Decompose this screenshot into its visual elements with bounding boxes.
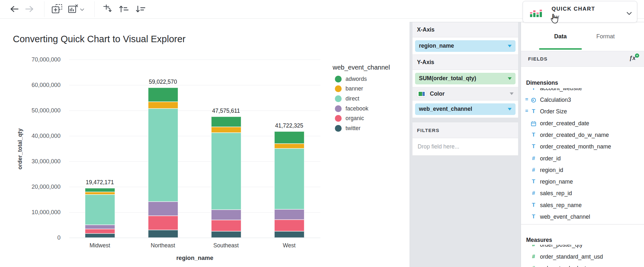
bar-segment-direct[interactable] [85,195,115,225]
bar-segment-facebook[interactable] [85,225,115,229]
chart-title: Converting Quick Chart to Visual Explore… [13,34,185,44]
legend-swatch-icon [335,125,342,132]
app-window: QUICK CHART Bar Converting Quick Chart t… [0,0,644,267]
legend-label: organic [346,115,364,122]
legend-label: banner [346,85,363,92]
arrow-left-icon [10,5,19,14]
field-item-region_name[interactable]: Tregion_name [521,176,644,188]
bar-segment-direct[interactable] [211,133,241,210]
field-item-region_id[interactable]: #region_id [521,165,644,176]
chart-options-button[interactable] [67,4,85,14]
bar-segment-banner[interactable] [85,192,115,195]
quick-chart-selector[interactable]: QUICK CHART Bar [523,1,637,23]
hand-pointer-cursor [550,14,559,25]
bar-segment-facebook[interactable] [274,209,304,220]
bar-segment-facebook[interactable] [148,202,178,216]
bar-total-label: 19,472,171 [71,179,129,186]
filters-section-header: FILTERS [412,122,518,138]
field-item-order_id[interactable]: #order_id [521,153,644,165]
measures-group-header: Measures [521,230,644,245]
legend-item-adwords[interactable]: adwords [335,75,402,83]
color-swatch-icon [417,90,426,97]
chart-remove-icon [68,4,79,15]
color-row-label: Color [430,91,506,97]
tab-format[interactable]: Format [584,22,627,51]
field-item-order_created_do_w_name[interactable]: Torder_created_do_w_name [521,129,644,141]
bar-segment-organic[interactable] [211,220,241,231]
field-item-sales_rep_name[interactable]: Tsales_rep_name [521,200,644,211]
field-item-Calculation3[interactable]: =Calculation3 [521,94,644,106]
field-item-order_created_date[interactable]: order_created_date [521,118,644,129]
chart-canvas: Converting Quick Chart to Visual Explore… [0,18,410,267]
field-item-sales_rep_id[interactable]: #sales_rep_id [521,188,644,199]
legend-item-organic[interactable]: organic [335,115,402,122]
bar-segment-adwords[interactable] [274,131,304,144]
bar-segment-twitter[interactable] [274,231,304,238]
color-field-row: web_event_channel [412,100,518,118]
y-tick-label: 0 [6,234,61,241]
legend-item-direct[interactable]: direct [335,95,402,102]
bar-segment-direct[interactable] [148,109,178,201]
swap-axes-button[interactable] [101,4,114,14]
legend-label: adwords [346,76,367,82]
legend-item-facebook[interactable]: facebook [335,105,402,112]
group-divider [521,224,644,224]
legend-item-banner[interactable]: banner [335,85,402,93]
active-tab-underline [539,48,582,50]
fields-panel: Data Format FIELDS ƒx+ Taccount_website=… [521,18,644,267]
color-encoding-row[interactable]: Color [412,87,518,100]
legend-label: twitter [346,125,361,132]
x-tick-label: West [260,242,318,249]
back-button[interactable] [8,4,21,14]
legend-swatch-icon [335,115,342,122]
dropdown-caret-icon [508,45,512,47]
field-item-order_standard_amt_usd[interactable]: #order_standard_amt_usd [521,251,644,263]
x-axis-section-header: X-Axis [412,22,518,37]
fields-list[interactable]: Taccount_website=Calculation3=TOrder Siz… [521,67,644,267]
bar-segment-direct[interactable] [274,148,304,209]
equals-prefix-icon: = [525,108,528,114]
legend-swatch-icon [335,85,342,92]
chart-add-icon [52,4,63,15]
bar-segment-twitter[interactable] [85,234,115,238]
legend-item-twitter[interactable]: twitter [335,125,402,132]
color-field-pill[interactable]: web_event_channel [415,103,516,115]
tab-data[interactable]: Data [539,22,582,51]
equals-prefix-icon: = [525,97,528,102]
add-chart-button[interactable] [51,4,64,14]
bar-total-label: 41,722,325 [260,122,318,129]
bar-segment-banner[interactable] [274,144,304,148]
bar-segment-banner[interactable] [211,127,241,133]
bar-segment-facebook[interactable] [211,210,241,220]
bar-segment-organic[interactable] [148,216,178,230]
field-item-order_created_month_name[interactable]: Torder_created_month_name [521,141,644,153]
gridline [69,85,320,85]
add-calculation-button[interactable]: ƒx+ [629,55,636,62]
y-axis-field-pill[interactable]: SUM(order_total_qty) [415,73,516,84]
bar-segment-twitter[interactable] [211,231,241,238]
bar-segment-twitter[interactable] [148,230,178,238]
bar-segment-organic[interactable] [85,229,115,234]
gridline [69,110,320,111]
bar-segment-banner[interactable] [148,102,178,109]
bar-total-label: 59,022,570 [134,79,192,85]
x-axis-field-pill[interactable]: region_name [415,40,516,52]
y-tick-label: 10,000,000 [6,209,61,216]
toolbar-separator [44,1,44,17]
measures-label: Measures [526,237,552,243]
filters-drop-zone[interactable]: Drop field here... [412,138,518,156]
field-item-order_standard_qty[interactable]: #order_standard_qty [521,263,644,267]
sort-descending-button[interactable] [134,4,147,14]
y-tick-label: 50,000,000 [6,107,61,114]
forward-button[interactable] [23,4,36,14]
bar-segment-organic[interactable] [274,220,304,231]
bar-segment-adwords[interactable] [211,117,241,127]
field-item-Order Size[interactable]: =TOrder Size [521,106,644,118]
y-axis-field-label: SUM(order_total_qty) [419,75,476,82]
bar-segment-adwords[interactable] [148,88,178,102]
sort-ascending-button[interactable] [117,4,130,14]
x-tick-label: Northeast [134,242,192,249]
bar-segment-adwords[interactable] [85,188,115,192]
chart-config-panel: X-Axis region_name Y-Axis SUM(order_tota… [410,18,521,267]
field-item-web_event_channel[interactable]: Tweb_event_channel [521,211,644,223]
